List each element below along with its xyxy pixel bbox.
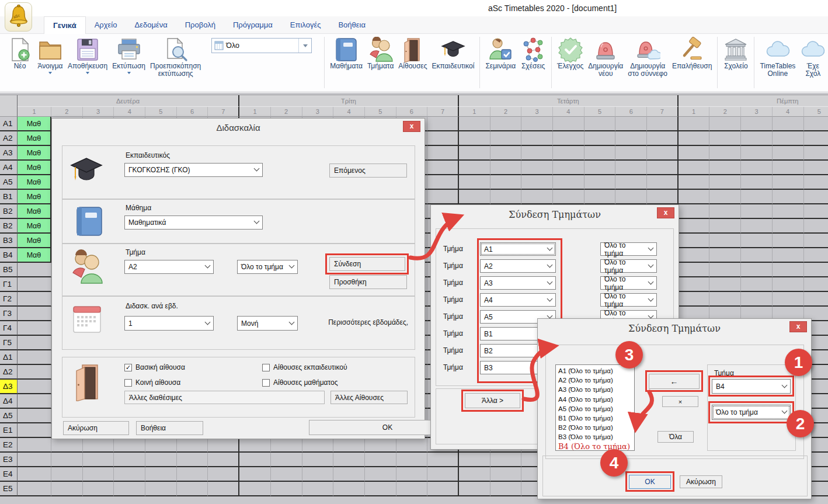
- grid-cell[interactable]: [804, 277, 828, 292]
- grid-cell[interactable]: [709, 190, 741, 204]
- grid-cell[interactable]: [459, 161, 490, 175]
- grid-cell[interactable]: [804, 161, 828, 175]
- join2-scope-dropdown[interactable]: Όλο το τμήμα: [712, 405, 791, 420]
- grid-cell[interactable]: [741, 131, 773, 146]
- list-item[interactable]: A2 (Όλο το τμήμα): [556, 376, 634, 385]
- grid-cell[interactable]: [804, 204, 828, 219]
- grid-cell[interactable]: [145, 482, 177, 496]
- lesson-card[interactable]: Μαθ: [18, 248, 51, 263]
- grid-cell[interactable]: [585, 117, 616, 131]
- tab-Δεδομένα[interactable]: Δεδομένα: [126, 16, 176, 34]
- grid-cell[interactable]: [365, 438, 396, 453]
- grid-cell[interactable]: [302, 467, 334, 482]
- lesson-card[interactable]: Μαθ: [18, 234, 51, 248]
- grid-cell[interactable]: [51, 453, 83, 467]
- row-label-Γ1[interactable]: Γ1: [0, 277, 18, 292]
- shared-room-checkbox[interactable]: Κοινή αίθουσα: [124, 378, 180, 387]
- grid-cell[interactable]: [741, 117, 773, 131]
- grid-cell[interactable]: [773, 175, 804, 190]
- other-rooms-button[interactable]: Άλλες Αίθουσες: [330, 391, 408, 404]
- grid-cell[interactable]: [679, 131, 710, 146]
- lesson-card[interactable]: Μαθ: [18, 161, 51, 175]
- grid-cell[interactable]: [679, 248, 710, 263]
- grid-cell[interactable]: [18, 307, 51, 321]
- grid-cell[interactable]: [239, 438, 271, 453]
- row-label-E5[interactable]: E5: [0, 482, 18, 496]
- list-item[interactable]: B1 (Όλο το τμήμα): [556, 413, 634, 423]
- grid-cell[interactable]: [459, 190, 490, 204]
- row-label-A1[interactable]: A1: [0, 117, 18, 131]
- grid-cell[interactable]: [427, 482, 459, 496]
- grid-cell[interactable]: [427, 467, 459, 482]
- home-room-checkbox[interactable]: ✓ Βασική αίθουσα: [124, 363, 185, 371]
- grid-cell[interactable]: [333, 482, 365, 496]
- grid-cell[interactable]: [490, 482, 522, 496]
- close-icon[interactable]: x: [403, 121, 420, 132]
- row-label-Γ2[interactable]: Γ2: [0, 292, 18, 307]
- list-item[interactable]: A1 (Όλο το τμήμα): [556, 366, 634, 376]
- list-item[interactable]: B3 (Όλο το τμήμα): [556, 432, 634, 442]
- grid-cell[interactable]: [773, 117, 804, 131]
- row-label-B2[interactable]: B2: [0, 204, 18, 219]
- grid-cell[interactable]: [804, 234, 828, 248]
- row-label-Δ1[interactable]: Δ1: [0, 350, 18, 365]
- grid-cell[interactable]: [51, 467, 83, 482]
- row-label-B2[interactable]: B2: [0, 219, 18, 234]
- grid-cell[interactable]: [18, 467, 51, 482]
- grid-cell[interactable]: [741, 146, 773, 161]
- grid-cell[interactable]: [773, 248, 804, 263]
- grid-cell[interactable]: [521, 175, 553, 190]
- grid-cell[interactable]: [647, 117, 679, 131]
- grid-cell[interactable]: [521, 161, 553, 175]
- grid-cell[interactable]: [239, 453, 271, 467]
- grid-cell[interactable]: [490, 131, 522, 146]
- grid-cell[interactable]: [521, 131, 553, 146]
- grid-cell[interactable]: [427, 190, 459, 204]
- view-select-dropdown-button[interactable]: [298, 39, 311, 53]
- grid-cell[interactable]: [83, 438, 114, 453]
- grid-cell[interactable]: [459, 117, 490, 131]
- grid-cell[interactable]: [302, 482, 334, 496]
- grid-cell[interactable]: [709, 117, 741, 131]
- grid-cell[interactable]: [553, 146, 585, 161]
- grid-cell[interactable]: [427, 175, 459, 190]
- grid-cell[interactable]: [679, 204, 710, 219]
- row-label-E4[interactable]: E4: [0, 467, 18, 482]
- view-select[interactable]: Όλο: [211, 38, 312, 53]
- ribbon-lessons-book-7[interactable]: Μαθήματα: [328, 37, 365, 70]
- grid-cell[interactable]: [490, 161, 522, 175]
- grid-cell[interactable]: [585, 175, 616, 190]
- grid-cell[interactable]: [459, 146, 490, 161]
- join-scope-dropdown-A3[interactable]: Όλο το τμήμα: [600, 276, 657, 290]
- grid-cell[interactable]: [709, 263, 741, 277]
- grid-cell[interactable]: [804, 190, 828, 204]
- row-label-E1[interactable]: E1: [0, 423, 18, 438]
- lesson-card[interactable]: Μαθ: [18, 131, 51, 146]
- ribbon-relations-network-13[interactable]: Σχέσεις: [518, 37, 548, 70]
- join2-class-dropdown[interactable]: B4: [712, 379, 791, 394]
- row-label-B4[interactable]: B4: [0, 248, 18, 263]
- lesson-card[interactable]: Μαθ: [18, 117, 51, 131]
- grid-cell[interactable]: [585, 161, 616, 175]
- grid-cell[interactable]: [333, 467, 365, 482]
- grid-cell[interactable]: [647, 161, 679, 175]
- grid-cell[interactable]: [83, 453, 114, 467]
- ribbon-generate-siren-16[interactable]: Δημιουργίανέου: [586, 37, 625, 78]
- list-item[interactable]: A5 (Όλο το τμήμα): [556, 404, 634, 413]
- grid-cell[interactable]: [741, 190, 773, 204]
- cancel-button[interactable]: Ακύρωση: [63, 421, 129, 435]
- grid-cell[interactable]: [773, 146, 804, 161]
- grid-cell[interactable]: [741, 204, 773, 219]
- grid-cell[interactable]: [679, 234, 710, 248]
- grid-cell[interactable]: [302, 438, 334, 453]
- grid-cell[interactable]: [709, 277, 741, 292]
- tab-Αρχείο[interactable]: Αρχείο: [86, 16, 126, 34]
- grid-cell[interactable]: [804, 146, 828, 161]
- grid-cell[interactable]: [741, 277, 773, 292]
- class-dropdown[interactable]: A2: [124, 260, 214, 274]
- grid-cell[interactable]: [773, 161, 804, 175]
- grid-cell[interactable]: [709, 204, 741, 219]
- grid-cell[interactable]: [553, 117, 585, 131]
- row-label-Δ2[interactable]: Δ2: [0, 365, 18, 380]
- grid-cell[interactable]: [18, 365, 51, 380]
